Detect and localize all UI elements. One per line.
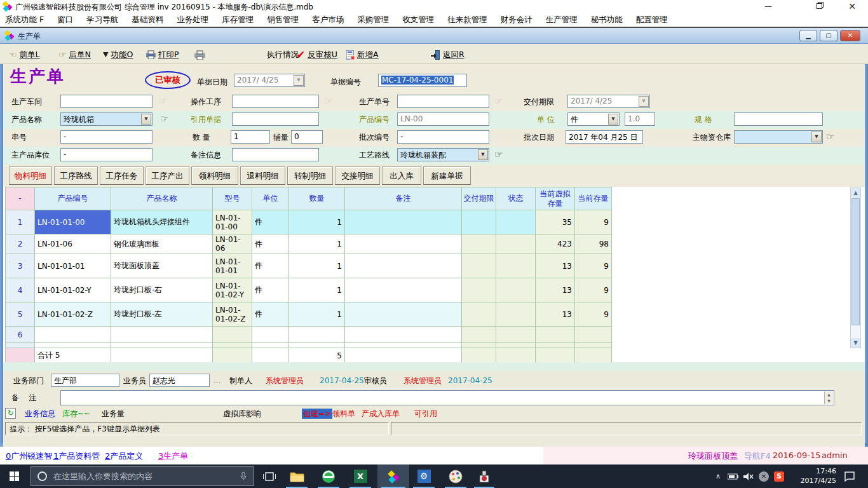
deadline-combo[interactable]: 2017/ 4/25 ▼ bbox=[567, 95, 650, 108]
volume-muted-icon[interactable] bbox=[741, 464, 756, 488]
back-button[interactable]: 返回R bbox=[431, 48, 465, 61]
create-label[interactable]: 创建=> bbox=[302, 409, 332, 419]
menu-item-base-data[interactable]: 基础资料 bbox=[132, 15, 163, 25]
spinner-icon[interactable]: ▲▼ bbox=[824, 391, 833, 404]
remark-textarea[interactable]: ▲▼ bbox=[60, 390, 834, 405]
dropdown-arrow[interactable]: ▼ bbox=[294, 75, 304, 86]
product-name-combo[interactable]: 玲珑机箱 ▼ bbox=[60, 112, 153, 126]
aux-qty-input[interactable]: 0 bbox=[291, 130, 323, 144]
table-row[interactable]: 5 LN-01-01-02-Z 玲珑封口板-左 LN-01-01-02-Z 件 … bbox=[6, 302, 612, 327]
unit-factor-input[interactable]: 1.0 bbox=[625, 112, 655, 126]
menu-item-accounts[interactable]: 往来款管理 bbox=[447, 15, 487, 25]
doc-date-combo[interactable]: 2017/ 4/25 ▼ bbox=[234, 74, 305, 87]
menu-item-customer-market[interactable]: 客户市场 bbox=[312, 15, 344, 25]
function-button[interactable]: ▼ 功能O bbox=[103, 48, 133, 61]
dropdown-arrow[interactable]: ▼ bbox=[811, 132, 822, 142]
doc-no-input[interactable]: MC-17-04-25-0001 bbox=[378, 74, 467, 87]
erp-app-button[interactable] bbox=[377, 464, 409, 488]
add-new-button[interactable]: 新增A bbox=[346, 48, 379, 61]
menu-item-window[interactable]: 窗口 bbox=[57, 15, 73, 25]
note-input[interactable] bbox=[232, 148, 319, 161]
tab-in-out-warehouse[interactable]: 出入库 bbox=[382, 166, 421, 185]
business-info-link[interactable]: 业务信息 bbox=[25, 409, 55, 419]
table-row[interactable]: 3 LN-01-01-01 玲珑面板顶盖 LN-01-01-01 件 1 13 … bbox=[6, 254, 612, 278]
taskbar-search[interactable]: 在这里输入你要搜索的内容 bbox=[31, 466, 254, 486]
printer-button[interactable] bbox=[194, 48, 205, 61]
location-input[interactable]: - bbox=[60, 148, 153, 161]
close-button[interactable]: ✕ bbox=[846, 1, 858, 11]
workshop-input[interactable] bbox=[60, 95, 153, 108]
menu-item-secretary[interactable]: 秘书功能 bbox=[591, 15, 623, 25]
file-explorer-button[interactable] bbox=[282, 464, 311, 488]
table-row[interactable]: 1 LN-01-01-00 玲珑机箱机头焊接组件 LN-01-01-00 件 1… bbox=[6, 210, 612, 234]
table-scrollbar[interactable]: ▲ ▼ bbox=[850, 187, 861, 348]
print-button[interactable]: 打印P bbox=[146, 48, 179, 61]
menu-item-financial-accounting[interactable]: 财务会计 bbox=[501, 15, 532, 25]
hand-icon[interactable]: ☞ bbox=[494, 149, 503, 160]
task-view-button[interactable] bbox=[257, 464, 282, 488]
warehouse-combo[interactable]: ▼ bbox=[734, 130, 823, 144]
action-center-button[interactable] bbox=[840, 464, 859, 488]
menu-item-config[interactable]: 配置管理 bbox=[636, 15, 668, 25]
serial-input[interactable]: - bbox=[60, 130, 153, 144]
tab-material-detail[interactable]: 物料明细 bbox=[9, 166, 52, 185]
scroll-thumb[interactable] bbox=[851, 198, 860, 325]
hand-icon[interactable]: ☞ bbox=[160, 113, 168, 125]
refresh-icon[interactable]: ↻ bbox=[5, 408, 16, 419]
stamp-app-button[interactable] bbox=[470, 464, 498, 488]
picking-doc-link[interactable]: 领料单 bbox=[332, 409, 355, 419]
child-minimize-button[interactable]: ▁ bbox=[799, 30, 817, 41]
scroll-up-icon[interactable]: ▲ bbox=[851, 188, 860, 198]
dept-input[interactable]: 生产部 bbox=[51, 374, 119, 387]
dropdown-arrow[interactable]: ▼ bbox=[639, 96, 649, 107]
selected-cell[interactable]: LN-01-01-00 bbox=[35, 210, 111, 234]
hand-icon[interactable]: ☞ bbox=[826, 131, 834, 142]
nav-f4[interactable]: 导航F4 bbox=[744, 451, 771, 462]
scroll-down-icon[interactable]: ▼ bbox=[851, 338, 860, 348]
dropdown-arrow[interactable]: ▼ bbox=[608, 114, 618, 125]
stock-link[interactable]: 库存~~ bbox=[62, 409, 90, 419]
mdi-tab-production-order[interactable]: 3生产单 bbox=[158, 451, 188, 462]
battery-icon[interactable] bbox=[726, 464, 741, 488]
menu-item-sales[interactable]: 销售管理 bbox=[267, 15, 299, 25]
minimize-button[interactable]: — bbox=[763, 1, 774, 11]
process-input[interactable] bbox=[232, 95, 319, 108]
order-no-input[interactable] bbox=[397, 95, 489, 108]
taskbar-clock[interactable]: 17:46 2017/4/25 bbox=[790, 466, 836, 486]
exec-status-button[interactable]: 执行情况 bbox=[267, 48, 299, 61]
tray-close-icon[interactable]: ✕ bbox=[756, 464, 771, 488]
mdi-tab-product-data[interactable]: 1产品资料管 bbox=[53, 451, 100, 462]
mic-icon[interactable] bbox=[240, 471, 247, 482]
settings-app-button[interactable]: ⚙ bbox=[409, 464, 438, 488]
mdi-tab-product-define[interactable]: 2产品定义 bbox=[105, 451, 143, 462]
menu-item-learning-nav[interactable]: 学习导航 bbox=[86, 15, 118, 25]
browser-button[interactable] bbox=[314, 464, 343, 488]
more-button[interactable]: ... bbox=[214, 376, 220, 386]
dropdown-arrow[interactable]: ▼ bbox=[141, 114, 151, 125]
spec-input[interactable] bbox=[734, 112, 823, 126]
qty-input[interactable]: 1 bbox=[231, 130, 270, 144]
next-doc-button[interactable]: ☞ 后单N bbox=[58, 48, 91, 61]
restore-button[interactable] bbox=[813, 1, 825, 11]
child-close-button[interactable]: ✕ bbox=[840, 30, 860, 41]
child-maximize-button[interactable]: ▢ bbox=[820, 30, 837, 41]
menu-item-income-expense[interactable]: 收支管理 bbox=[402, 15, 434, 25]
tab-process-route[interactable]: 工序路线 bbox=[54, 166, 98, 185]
tab-new-doc[interactable]: 新建单据 bbox=[423, 166, 471, 185]
tab-handover-detail[interactable]: 交接明细 bbox=[335, 166, 380, 185]
referable-link[interactable]: 可引用 bbox=[414, 409, 437, 419]
excel-button[interactable]: X bbox=[346, 464, 375, 488]
menu-item-production[interactable]: 生产管理 bbox=[546, 15, 578, 25]
batch-no-input[interactable]: - bbox=[397, 130, 489, 144]
menu-item-purchase[interactable]: 采购管理 bbox=[357, 15, 389, 25]
mdi-tab-main[interactable]: 0广州锐速智 bbox=[6, 451, 52, 462]
tab-process-output[interactable]: 工序产出 bbox=[146, 166, 189, 185]
unit-combo[interactable]: 件 ▼ bbox=[567, 112, 620, 126]
finished-in-doc-link[interactable]: 产成入库单 bbox=[362, 409, 400, 419]
batch-date-input[interactable]: 2017 年04 月25 日 bbox=[566, 130, 643, 144]
table-row[interactable]: 4 LN-01-01-02-Y 玲珑封口板-右 LN-01-01-02-Y 件 … bbox=[6, 278, 612, 302]
tab-return-detail[interactable]: 退料明细 bbox=[240, 166, 285, 185]
tab-picking-detail[interactable]: 领料明细 bbox=[191, 166, 238, 185]
material-detail-table[interactable]: - 产品编号 产品名称 型号 单位 数量 备注 交付期限 状态 当前虚拟存量 当… bbox=[5, 187, 612, 363]
start-button[interactable] bbox=[0, 464, 28, 488]
